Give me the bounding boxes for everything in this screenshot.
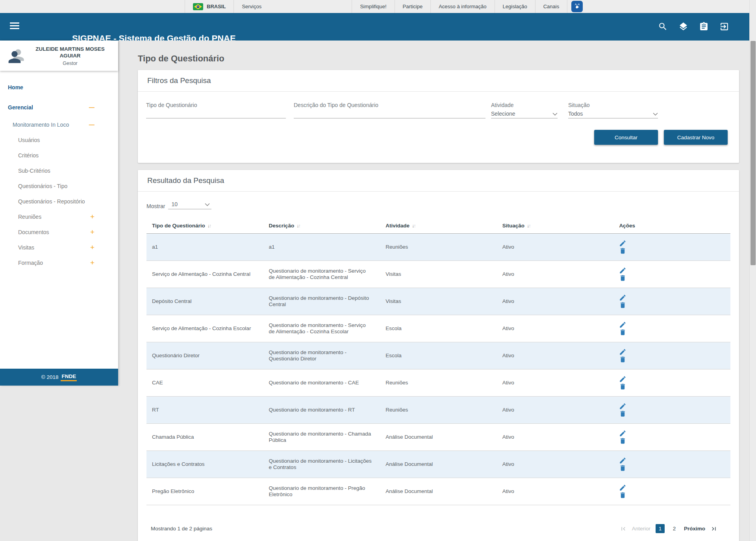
delete-icon[interactable] [619,437,626,445]
filter-descricao-field: Descrição do Tipo de Questionário [294,102,485,118]
column-header-tipo[interactable]: Tipo de Questionário↓↑ [146,219,263,234]
filter-descricao-input[interactable] [294,109,485,118]
delete-icon[interactable] [619,329,626,336]
delete-icon[interactable] [619,410,626,417]
sidebar-item-formacao[interactable]: Formação [0,255,118,270]
edit-icon[interactable] [619,294,626,301]
table-row: Serviço de Alimentação - Cozinha Central… [146,261,730,288]
search-icon[interactable] [658,22,668,31]
page-title: Tipo de Questionário [138,54,739,64]
edit-icon[interactable] [619,348,626,356]
table-row: Depósito CentralQuestionario de monitora… [146,288,730,315]
table-row: Chamada PúblicaQuestionario de monitoram… [146,424,730,451]
page-number-2[interactable]: 2 [670,524,679,533]
copyright-text: © 2018 [41,374,59,380]
sidebar-item-home[interactable]: Home [0,79,118,95]
filter-situacao-select[interactable]: Todos [568,109,658,118]
filter-tipo-field: Tipo de Questionário [146,102,286,118]
expand-icon[interactable] [90,243,94,252]
vlibras-accessibility-icon[interactable] [571,1,583,12]
sidebar-item-gerencial[interactable]: Gerencial [0,100,118,115]
edit-icon[interactable] [619,375,626,383]
sort-icon[interactable]: ↓↑ [296,223,301,229]
filter-tipo-input[interactable] [146,109,286,118]
gov-bar-link-acesso[interactable]: Acesso à informação [431,0,495,13]
edit-icon[interactable] [619,484,626,491]
clipboard-icon[interactable] [699,22,709,31]
fnde-link[interactable]: FNDE [61,373,77,381]
column-header-acoes: Ações [613,219,730,234]
sidebar-item-documentos[interactable]: Documentos [0,224,118,240]
results-title: Resultado da Pesquisa [138,170,739,191]
gov-bar-link-participe[interactable]: Participe [395,0,431,13]
edit-icon[interactable] [619,240,626,247]
sort-icon[interactable]: ↓↑ [527,223,531,229]
sidebar: ZULEIDE MARTINS MOSES AGUIAR Gestor Home… [0,41,118,386]
scrollbar-track[interactable] [749,0,756,541]
gov-bar-servicos[interactable]: Serviços [234,0,352,13]
results-table: Tipo de Questionário↓↑ Descrição↓↑ Ativi… [146,219,730,505]
expand-icon[interactable] [90,228,94,236]
delete-icon[interactable] [619,301,626,309]
page-number-1[interactable]: 1 [656,524,665,533]
user-name: ZULEIDE MARTINS MOSES AGUIAR [26,46,114,59]
chevron-down-icon [552,113,558,116]
sort-icon[interactable]: ↓↑ [208,223,212,229]
table-row: CAEQuestionario de monitoramento - CAERe… [146,369,730,397]
gov-bar-link-simplifique[interactable]: Simplifique! [352,0,395,13]
filter-atividade-label: Atividade [491,102,558,109]
edit-icon[interactable] [619,321,626,329]
page-size-select[interactable]: 10 [168,201,211,209]
filter-atividade-select[interactable]: Selecione [491,109,558,118]
filter-descricao-label: Descrição do Tipo de Questionário [294,102,485,109]
expand-icon[interactable] [90,212,94,221]
edit-icon[interactable] [619,403,626,410]
sidebar-item-questionarios-repositorio[interactable]: Questionários - Repositório [0,194,118,209]
next-page-button[interactable]: Próximo [684,526,705,532]
edit-icon[interactable] [619,267,626,274]
layers-icon[interactable] [678,22,688,31]
delete-icon[interactable] [619,247,626,255]
gov-bar-spacer [0,0,185,13]
collapse-icon[interactable] [89,122,94,128]
gov-bar-brasil[interactable]: BRASIL [185,0,234,13]
column-header-descricao[interactable]: Descrição↓↑ [263,219,380,234]
edit-icon[interactable] [619,457,626,464]
consultar-button[interactable]: Consultar [594,130,658,145]
delete-icon[interactable] [619,274,626,282]
sidebar-item-visitas[interactable]: Visitas [0,240,118,255]
filter-tipo-label: Tipo de Questionário [146,102,286,109]
menu-hamburger-icon[interactable] [10,22,19,31]
delete-icon[interactable] [619,383,626,390]
sidebar-menu: Home Gerencial Monitoramento In Loco Usu… [0,71,118,270]
sidebar-item-monitoramento-in-loco[interactable]: Monitoramento In Loco [0,117,118,132]
delete-icon[interactable] [619,464,626,472]
table-header-row: Tipo de Questionário↓↑ Descrição↓↑ Ativi… [146,219,730,234]
first-page-icon[interactable] [620,525,627,532]
sidebar-item-usuarios[interactable]: Usuários [0,132,118,148]
edit-icon[interactable] [619,430,626,437]
last-page-icon[interactable] [710,525,717,532]
sidebar-item-reunioes[interactable]: Reuniões [0,209,118,224]
logout-icon[interactable] [719,22,729,31]
brazil-flag-icon [193,3,203,10]
sort-icon[interactable]: ↓↑ [412,223,416,229]
filter-situacao-field: Situação Todos [568,102,658,118]
expand-icon[interactable] [90,258,94,267]
column-header-atividade[interactable]: Atividade↓↑ [380,219,497,234]
cadastrar-novo-button[interactable]: Cadastrar Novo [664,130,728,145]
sidebar-item-questionarios-tipo[interactable]: Questionários - Tipo [0,178,118,194]
delete-icon[interactable] [619,491,626,499]
scrollbar-thumb[interactable] [750,41,756,265]
sidebar-item-criterios[interactable]: Critérios [0,148,118,163]
delete-icon[interactable] [619,356,626,363]
collapse-icon[interactable] [89,104,94,111]
table-row: Pregão EletrônicoQuestionario de monitor… [146,478,730,505]
filter-situacao-label: Situação [568,102,658,109]
previous-page-button[interactable]: Anterior [632,526,650,532]
gov-bar-link-canais[interactable]: Canais [536,0,567,13]
sidebar-item-sub-criterios[interactable]: Sub-Critérios [0,163,118,178]
gov-bar-link-legislacao[interactable]: Legislação [495,0,536,13]
app-header: SIGPNAE - Sistema de Gestão do PNAE [0,13,756,41]
column-header-situacao[interactable]: Situação↓↑ [497,219,614,234]
